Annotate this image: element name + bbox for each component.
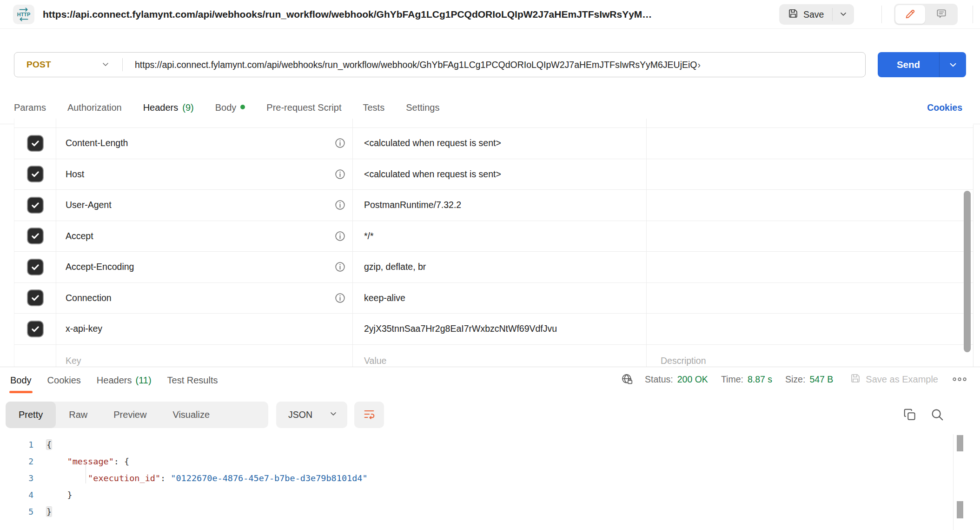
value-cell[interactable]: gzip, deflate, br	[353, 252, 647, 282]
key-cell[interactable]: Key	[56, 345, 353, 367]
edit-documentation-button[interactable]	[895, 5, 925, 24]
row-checkbox[interactable]	[28, 167, 43, 181]
header-key: Connection	[66, 293, 112, 303]
key-cell[interactable]: Accept	[56, 221, 353, 252]
network-globe-icon	[621, 373, 634, 386]
row-checkbox[interactable]	[28, 136, 43, 151]
key-cell[interactable]: Host	[56, 159, 353, 190]
search-response-button[interactable]	[927, 405, 947, 425]
header-key: Accept	[66, 231, 93, 242]
info-icon	[334, 137, 346, 149]
row-checkbox[interactable]	[28, 260, 43, 275]
key-cell[interactable]: Accept-Encoding	[56, 252, 353, 282]
wrap-text-button[interactable]	[354, 402, 384, 428]
header-key: Host	[66, 169, 84, 180]
url-value: https://api.connect.fylamynt.com/api/web…	[135, 60, 697, 70]
save-button-group: Save	[779, 4, 854, 25]
value-cell[interactable]: */*	[353, 221, 647, 252]
value-cell[interactable]: <calculated when request is sent>	[353, 159, 647, 190]
tab-label: Body	[215, 102, 237, 113]
response-tab-test-results[interactable]: Test Results	[167, 367, 218, 393]
response-tab-cookies[interactable]: Cookies	[47, 367, 81, 393]
view-tab-pretty[interactable]: Pretty	[6, 402, 56, 428]
code-content: }	[46, 507, 52, 517]
http-method-icon: HTTP	[13, 5, 34, 24]
format-select[interactable]: JSON	[276, 402, 347, 428]
token-punct: }	[67, 490, 73, 500]
code-scrollbar-thumb[interactable]	[957, 435, 963, 451]
checkbox-cell	[14, 314, 56, 344]
comments-button[interactable]	[925, 5, 958, 24]
header-value: <calculated when request is sent>	[364, 169, 501, 180]
token-punct: : {	[114, 456, 129, 466]
value-cell[interactable]: <calculated when request is sent>	[353, 128, 647, 159]
save-as-example-button[interactable]: Save as Example	[850, 373, 938, 386]
url-overflow-indicator: ›	[698, 60, 701, 70]
response-tab-body[interactable]: Body	[10, 367, 32, 393]
line-number: 3	[13, 473, 33, 483]
description-cell[interactable]	[647, 190, 973, 221]
value-cell[interactable]: 2yjX35tnnSaa7Hr2g8EaI7rWxbzcNtWf69VdfJvu	[353, 314, 647, 344]
description-cell[interactable]	[647, 159, 973, 190]
key-cell[interactable]: Content-Length	[56, 128, 353, 159]
table-row: Accept-Encodinggzip, deflate, br	[14, 252, 973, 283]
key-placeholder: Key	[66, 356, 81, 366]
row-checkbox[interactable]	[28, 322, 43, 336]
response-meta: Status: 200 OK Time: 8.87 s Size: 547 B …	[621, 369, 967, 389]
description-cell[interactable]	[647, 283, 973, 314]
tab-label: Cookies	[47, 375, 81, 386]
code-scroll-marker	[957, 501, 963, 518]
send-options-button[interactable]	[940, 52, 966, 77]
comment-icon	[935, 8, 947, 21]
key-cell[interactable]: Connection	[56, 283, 353, 314]
vertical-scrollbar-thumb[interactable]	[964, 191, 971, 352]
copy-response-button[interactable]	[900, 405, 920, 425]
line-number: 1	[13, 440, 33, 449]
table-row: Connectionkeep-alive	[14, 283, 973, 314]
description-placeholder: Description	[661, 356, 706, 366]
view-tab-visualize[interactable]: Visualize	[159, 402, 223, 428]
method-selector[interactable]: POST	[14, 53, 122, 77]
save-button-label: Save	[803, 9, 824, 20]
save-options-button[interactable]	[833, 4, 854, 25]
description-cell[interactable]	[647, 221, 973, 252]
header-key: x-api-key	[66, 323, 102, 334]
description-cell[interactable]	[647, 252, 973, 282]
view-tab-preview[interactable]: Preview	[100, 402, 159, 428]
value-cell[interactable]: Value	[353, 345, 647, 367]
description-cell[interactable]: Description	[647, 345, 973, 367]
row-checkbox[interactable]	[28, 198, 43, 213]
format-select-value: JSON	[288, 409, 312, 420]
api-client-window: HTTP https://api.connect.fylamynt.com/ap…	[0, 0, 980, 530]
value-cell[interactable]: keep-alive	[353, 283, 647, 314]
tab-label: Authorization	[67, 102, 122, 113]
view-tab-raw[interactable]: Raw	[56, 402, 100, 428]
more-actions-icon[interactable]	[952, 376, 967, 382]
value-cell[interactable]: PostmanRuntime/7.32.2	[353, 190, 647, 221]
chevron-down-icon	[101, 60, 110, 70]
info-icon	[334, 168, 346, 180]
send-button[interactable]: Send	[878, 52, 966, 77]
code-content: }	[46, 490, 73, 500]
code-line: 4 }	[13, 486, 947, 503]
token-plain	[46, 456, 67, 466]
row-checkbox[interactable]	[28, 228, 43, 243]
key-cell[interactable]: User-Agent	[56, 190, 353, 221]
save-icon	[788, 8, 799, 21]
value-placeholder: Value	[364, 356, 386, 366]
key-cell[interactable]: x-api-key	[56, 314, 353, 344]
url-input[interactable]: https://api.connect.fylamynt.com/api/web…	[123, 53, 865, 77]
row-checkbox[interactable]	[28, 290, 43, 305]
method-label: POST	[26, 60, 51, 70]
line-number: 2	[13, 456, 33, 466]
tab-label: Tests	[363, 102, 384, 113]
header-value: 2yjX35tnnSaa7Hr2g8EaI7rWxbzcNtWf69VdfJvu	[364, 323, 557, 334]
checkbox-cell	[14, 190, 56, 221]
save-button[interactable]: Save	[779, 4, 832, 25]
description-cell[interactable]	[647, 128, 973, 159]
response-tab-headers[interactable]: Headers(11)	[97, 367, 152, 393]
token-plain	[46, 490, 67, 500]
table-row: User-AgentPostmanRuntime/7.32.2	[14, 190, 973, 221]
description-cell[interactable]	[647, 314, 973, 344]
chevron-down-icon	[329, 409, 338, 421]
